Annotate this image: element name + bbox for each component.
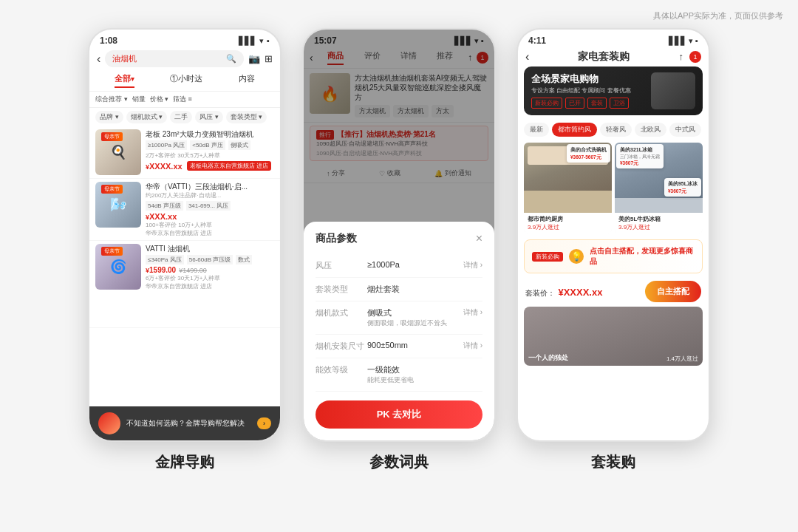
p3-tab-urban[interactable]: 都市简约风 [552,123,597,137]
p3-bottom-section[interactable]: 一个人的独处 1.4万人逛过 [524,307,703,366]
p2-param-label-settype: 套装类型 [316,284,367,295]
p1-tag-set[interactable]: 套装类型 ▾ [226,111,267,123]
p1-product-info-3: VATTI 油烟机 ≤340Pa 风压 56-60dB 声压级 数式 ¥1599… [146,244,274,290]
p3-kitchen-card-info: 都市简约厨房 3.9万人逛过 [524,213,612,233]
p1-price-3a: ¥1599.00 [146,266,176,274]
p2-style-value-main: 侧吸式 [367,308,392,317]
p1-price-1: ¥XXXX.xx [146,162,183,171]
p2-param-value-size: 900±50mm [367,341,463,349]
p2-modal-close-button[interactable]: × [476,232,482,245]
p3-status-icons: ▋▋▋ ▾ ▪ [669,36,698,46]
p1-advisor-avatar [98,412,120,434]
p2-param-detail-size[interactable]: 详情 › [463,341,482,351]
p3-back-button[interactable]: ‹ [525,50,529,64]
p3-header-icons: ↑ 1 [678,51,701,63]
p3-kitchen-views: 3.9万人逛过 [528,223,608,231]
p1-search-text: 油烟机 [112,53,137,64]
p1-tag-pressure[interactable]: 风压 ▾ [195,111,223,123]
p1-product-title-1: 老板 23m²大吸力变频智明油烟机 [146,129,274,139]
p3-tooltip-dishwasher: 美的台式洗碗机 ¥3607-5607元 [567,144,610,163]
p3-share-icon[interactable]: ↑ [678,51,683,63]
p1-advisor-banner[interactable]: 不知道如何选购？金牌导购帮您解决 › [89,406,280,440]
p1-filter-more[interactable]: 筛选 ≡ [173,95,192,104]
p1-tab-fast[interactable]: ①小时达 [170,73,202,88]
p1-tab-content[interactable]: 内容 [239,73,255,88]
p2-param-row-size: 烟机安装尺寸 900±50mm 详情 › [316,335,482,358]
p3-card-fridge[interactable]: 美的321L冰箱 三门冰箱，风冷无霜 ¥3607元 美的95L冰冰 ¥3607元… [615,143,703,233]
p3-diy-button[interactable]: 自主搭配 [645,281,701,302]
p3-banner-tag-4[interactable]: 卫浴 [610,98,629,109]
p3-cart-badge[interactable]: 1 [689,51,701,63]
p1-price-2: ¥XXX.xx [146,212,177,221]
p3-style-tabs: 最新 都市简约风 轻奢风 北欧风 中式风 [518,120,709,140]
p3-page-title: 家电套装购 [578,50,630,64]
phone3-wrapper: 4:11 ▋▋▋ ▾ ▪ ‹ 家电套装购 ↑ 1 [516,28,710,472]
p1-camera-icon[interactable]: 📷 [248,53,260,64]
phone2-wrapper: 15:07 ▋▋▋ ▾ ▪ ‹ 商品 评价 详情 推荐 ↑ 1 [302,28,496,472]
p1-filter-sales[interactable]: 销量 [132,95,146,104]
phone3-label: 套装购 [591,452,635,472]
p2-param-detail-style[interactable]: 详情 › [463,307,482,318]
p1-shop-2: 华帝京东自营旗舰店 进店 [146,229,274,237]
p2-param-value-style: 侧吸式 侧面吸烟，吸烟源近不耸头 [367,307,463,328]
p1-tag-filters: 品牌 ▾ 烟机款式 ▾ 二手 风压 ▾ 套装类型 ▾ [89,108,280,126]
disclaimer-text: 具体以APP实际为准，页面仅供参考 [653,10,783,21]
p3-tab-luxe[interactable]: 轻奢风 [600,123,632,137]
p1-spec-2: <50dB 声压 [190,140,225,150]
p3-fridge-label: 美的5L牛奶冰箱 [618,215,699,223]
p3-main-banner: 全场景家电购物 专设方案 自由组配 专属顾问 套餐优惠 新装必购 已开 套装 卫… [524,66,703,115]
p3-tab-new[interactable]: 最新 [524,123,549,137]
p2-param-row-style: 烟机款式 侧吸式 侧面吸烟，吸烟源近不耸头 详情 › [316,301,482,335]
p2-params-modal: 商品参数 × 风压 ≥1000Pa 详情 › 套装类型 烟灶套装 [304,222,494,440]
p1-spec-7: 56-60dB 声压级 [187,255,233,265]
p3-signal-icon: ▋▋▋ [669,36,686,45]
p1-tag-used[interactable]: 二手 [170,111,192,123]
p1-product-info-1: 老板 23m²大吸力变频智明油烟机 ≥1000Pa 风压 <50dB 声压 侧吸… [146,129,274,175]
phone3-frame: 4:11 ▋▋▋ ▾ ▪ ‹ 家电套装购 ↑ 1 [516,28,710,442]
p1-product-2[interactable]: 母亲节 🌬️ 华帝（VATTI）三段油烟机·启... 约200万人关注品牌·自动… [89,179,280,241]
p3-bottom-count: 1.4万人逛过 [666,355,698,363]
p1-shop-badge-1: 老板电器京东自营旗舰店 进店 [187,161,271,171]
p1-tag-style[interactable]: 烟机款式 ▾ [126,111,168,123]
p3-banner-tags: 新装必购 已开 套装 卫浴 [531,98,631,109]
p2-pk-button[interactable]: PK 去对比 [316,400,482,429]
p3-fridge-views: 3.9万人逛过 [618,223,699,231]
p1-filter-recommend[interactable]: 综合推荐 ▾ [95,95,128,104]
p2-param-row-settype: 套装类型 烟灶套装 [316,278,482,301]
p3-price-row: 套装价： ¥XXXX.xx 自主搭配 [518,276,709,307]
p2-param-label-pressure: 风压 [316,260,367,271]
p3-fridge-card-info: 美的5L牛奶冰箱 3.9万人逛过 [615,213,703,233]
p1-filter-price[interactable]: 价格 ▾ [150,95,169,104]
p1-tab-all[interactable]: 全部▾ [115,73,134,88]
p2-param-label-size: 烟机安装尺寸 [316,341,367,352]
p1-spec-6: ≤340Pa 风压 [146,255,184,265]
p3-price-info: 套装价： ¥XXXX.xx [525,285,602,299]
p2-param-value-energy: 一级能效 能耗更低更省电 [367,364,482,385]
p1-tag-brand[interactable]: 品牌 ▾ [95,111,123,123]
p3-tooltip-fridge: 美的321L冰箱 三门冰箱，风冷无霜 ¥3607元 [616,144,664,168]
p3-promo-icon: 💡 [569,249,584,264]
p3-card-kitchen[interactable]: 美的台式洗碗机 ¥3607-5607元 都市简约厨房 3.9万人逛过 [524,143,612,233]
p3-banner-tag-3[interactable]: 套装 [587,98,607,109]
p3-tab-chinese[interactable]: 中式风 [669,123,701,137]
p1-search-input[interactable]: 油烟机 🔍 [105,50,244,67]
p1-spec-3: 侧吸式 [228,140,250,150]
p1-grid-icon[interactable]: ⊞ [265,53,273,64]
p1-spec-8: 数式 [236,255,252,265]
p3-banner-tag-1[interactable]: 新装必购 [531,98,562,109]
p1-spec-5: 341-699... 风压 [186,201,231,211]
p1-advisor-button[interactable]: › [257,417,271,429]
p1-wifi-icon: ▾ [259,36,264,46]
p3-banner-tag-2[interactable]: 已开 [565,98,584,109]
p1-mothers-day-badge-1: 母亲节 [101,132,123,141]
p3-tab-nordic[interactable]: 北欧风 [635,123,666,137]
p1-product-info-2: 华帝（VATTI）三段油烟机·启... 约200万人关注品牌·自动退... 54… [146,182,274,237]
p2-param-row-pressure: 风压 ≥1000Pa 详情 › [316,254,482,278]
p2-param-detail-pressure[interactable]: 详情 › [463,260,482,270]
p1-back-button[interactable]: ‹ [97,52,100,66]
p2-modal-header: 商品参数 × [316,232,482,245]
p1-review-count-3: 6万+客评价 30天1万+人种草 [146,274,274,282]
p1-product-3[interactable]: 母亲节 🌀 VATTI 油烟机 ≤340Pa 风压 56-60dB 声压级 数式 [89,241,280,328]
p1-product-1[interactable]: 母亲节 🍳 老板 23m²大吸力变频智明油烟机 ≥1000Pa 风压 <50dB… [89,126,280,179]
p3-status-bar: 4:11 ▋▋▋ ▾ ▪ [518,30,709,47]
